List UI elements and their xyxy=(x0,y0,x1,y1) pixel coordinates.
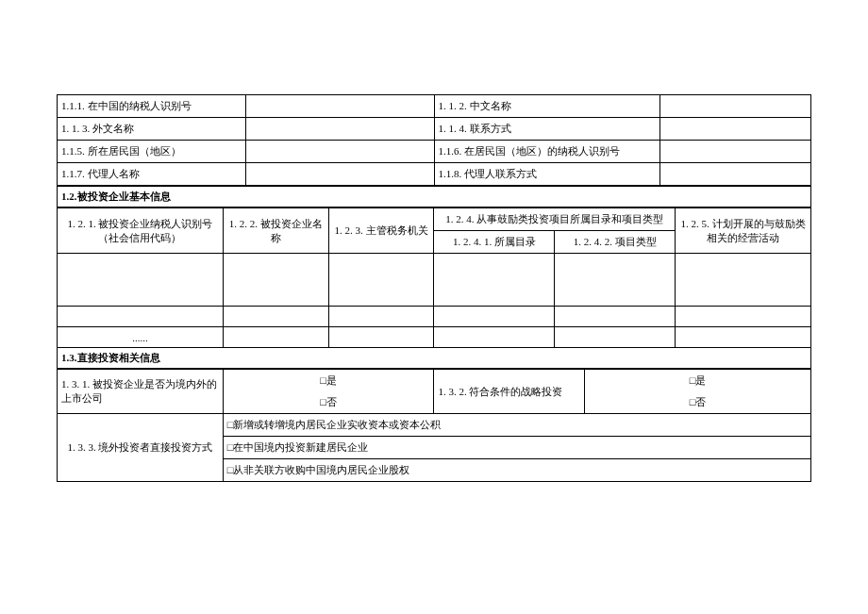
table-cell[interactable] xyxy=(58,254,224,307)
table-cell[interactable] xyxy=(223,254,328,307)
checkbox-1-3-3-opt2[interactable]: □在中国境内投资新建居民企业 xyxy=(223,437,810,459)
field-1-1-5-value[interactable] xyxy=(245,141,434,163)
table-cell[interactable] xyxy=(676,254,811,307)
checkbox-1-3-3-opt1[interactable]: □新增或转增境内居民企业实收资本或资本公积 xyxy=(223,414,810,437)
field-1-1-3-value[interactable] xyxy=(245,118,434,141)
checkbox-1-3-2-no[interactable]: □否 xyxy=(585,391,811,414)
field-1-1-8-label: 1.1.8. 代理人联系方式 xyxy=(434,163,660,186)
field-1-1-6-label: 1.1.6. 在居民国（地区）的纳税人识别号 xyxy=(434,141,660,163)
col-1-2-1: 1. 2. 1. 被投资企业纳税人识别号（社会信用代码） xyxy=(58,208,224,254)
table-cell[interactable] xyxy=(555,254,676,307)
checkbox-1-3-1-yes[interactable]: □是 xyxy=(223,370,434,392)
field-1-1-6-value[interactable] xyxy=(660,141,811,163)
ellipsis-cell: ...... xyxy=(58,327,224,348)
field-1-1-1-label: 1.1.1. 在中国的纳税人识别号 xyxy=(58,95,246,118)
table-cell[interactable] xyxy=(58,307,224,327)
field-1-1-7-label: 1.1.7. 代理人名称 xyxy=(58,163,246,186)
field-1-1-8-value[interactable] xyxy=(660,163,811,186)
table-cell[interactable] xyxy=(328,327,434,348)
col-1-2-2: 1. 2. 2. 被投资企业名称 xyxy=(223,208,328,254)
field-1-1-2-label: 1. 1. 2. 中文名称 xyxy=(434,95,660,118)
section-2-table: 1. 2. 1. 被投资企业纳税人识别号（社会信用代码） 1. 2. 2. 被投… xyxy=(57,207,811,348)
col-1-2-3: 1. 2. 3. 主管税务机关 xyxy=(328,208,434,254)
form-container: 1.1.1. 在中国的纳税人识别号 1. 1. 2. 中文名称 1. 1. 3.… xyxy=(57,94,811,482)
col-1-2-4: 1. 2. 4. 从事鼓励类投资项目所属目录和项目类型 xyxy=(434,208,676,231)
table-cell[interactable] xyxy=(223,327,328,348)
field-1-1-7-value[interactable] xyxy=(245,163,434,186)
table-cell[interactable] xyxy=(223,307,328,327)
section-1-3-title: 1.3.直接投资相关信息 xyxy=(57,348,811,369)
field-1-3-2-label: 1. 3. 2. 符合条件的战略投资 xyxy=(434,370,585,414)
col-1-2-4-1: 1. 2. 4. 1. 所属目录 xyxy=(434,231,555,254)
table-cell[interactable] xyxy=(328,307,434,327)
checkbox-1-3-2-yes[interactable]: □是 xyxy=(585,370,811,392)
table-cell[interactable] xyxy=(434,307,555,327)
field-1-3-3-label: 1. 3. 3. 境外投资者直接投资方式 xyxy=(58,414,224,482)
table-cell[interactable] xyxy=(434,254,555,307)
section-1-2-title: 1.2.被投资企业基本信息 xyxy=(57,186,811,207)
field-1-1-2-value[interactable] xyxy=(660,95,811,118)
section-1-table: 1.1.1. 在中国的纳税人识别号 1. 1. 2. 中文名称 1. 1. 3.… xyxy=(57,94,811,186)
section-3-table: 1. 3. 1. 被投资企业是否为境内外的上市公司 □是 1. 3. 2. 符合… xyxy=(57,369,811,482)
col-1-2-5: 1. 2. 5. 计划开展的与鼓励类相关的经营活动 xyxy=(676,208,811,254)
table-cell[interactable] xyxy=(676,307,811,327)
field-1-3-1-label: 1. 3. 1. 被投资企业是否为境内外的上市公司 xyxy=(58,370,224,414)
field-1-1-3-label: 1. 1. 3. 外文名称 xyxy=(58,118,246,141)
table-cell[interactable] xyxy=(328,254,434,307)
field-1-1-4-label: 1. 1. 4. 联系方式 xyxy=(434,118,660,141)
col-1-2-4-2: 1. 2. 4. 2. 项目类型 xyxy=(555,231,676,254)
table-cell[interactable] xyxy=(434,327,555,348)
checkbox-1-3-1-no[interactable]: □否 xyxy=(223,391,434,414)
table-cell[interactable] xyxy=(555,307,676,327)
field-1-1-4-value[interactable] xyxy=(660,118,811,141)
field-1-1-1-value[interactable] xyxy=(245,95,434,118)
checkbox-1-3-3-opt3[interactable]: □从非关联方收购中国境内居民企业股权 xyxy=(223,459,810,482)
table-cell[interactable] xyxy=(555,327,676,348)
table-cell[interactable] xyxy=(676,327,811,348)
field-1-1-5-label: 1.1.5. 所在居民国（地区） xyxy=(58,141,246,163)
